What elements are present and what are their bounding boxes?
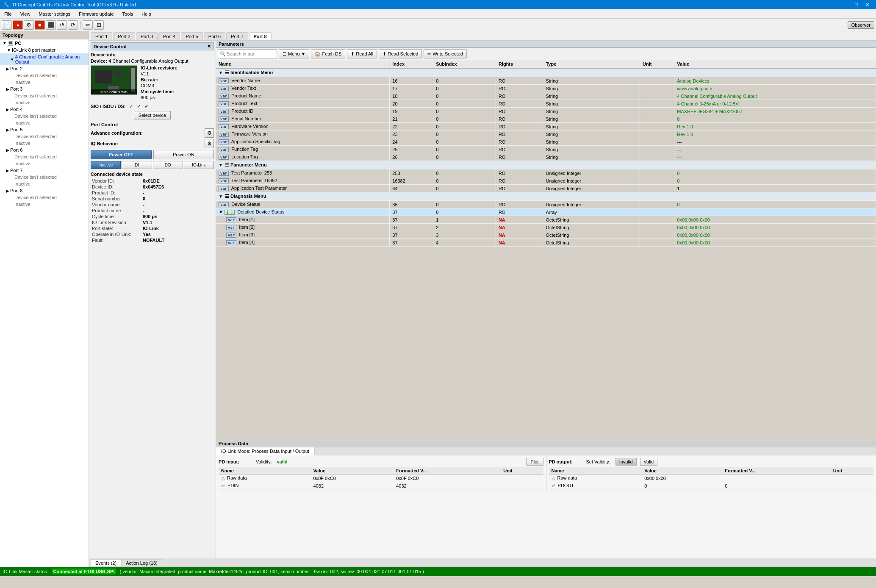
tree-icon-port3[interactable]: ▶ (6, 87, 9, 92)
param-row-item1[interactable]: var Item [1] 37 1 NA OctetString 0x00,0x… (216, 216, 876, 224)
select-device-button[interactable]: Select device (134, 111, 171, 119)
param-row-test253[interactable]: var Test Parameter 253 253 0 RO Unsigned… (216, 169, 876, 177)
group-diagnosis[interactable]: ▼ ☰ Diagnosis Menu (216, 192, 876, 201)
device-control-close[interactable]: ✕ (207, 44, 211, 49)
tab-port4[interactable]: Port 4 (158, 32, 180, 40)
param-row-function-tag[interactable]: var Function Tag 25 0 RO String --- (216, 146, 876, 153)
param-row-device-status[interactable]: var Device Status 36 0 RO Unsigned Integ… (216, 201, 876, 208)
valid-button[interactable]: Valid (640, 458, 658, 466)
tab-port6[interactable]: Port 6 (204, 32, 225, 40)
tree-expand-master[interactable]: ▼ (7, 48, 11, 53)
menu-button[interactable]: ☰ Menu ▼ (279, 49, 309, 58)
toolbar-open[interactable]: ● (13, 20, 23, 30)
toolbar-btn6[interactable]: ⟳ (68, 20, 78, 30)
tree-item-master[interactable]: ▼ IO-Link 8 port master (0, 47, 89, 53)
tree-icon-port2[interactable]: ▶ (6, 67, 9, 71)
observer-button[interactable]: Observer (848, 21, 874, 29)
tree-icon-port7[interactable]: ▶ (6, 168, 9, 173)
read-all-button[interactable]: ⬆ Read All (347, 49, 377, 58)
minimize-button[interactable]: ─ (841, 1, 851, 8)
tree-icon-port5[interactable]: ▶ (6, 128, 9, 132)
tree-item-port3[interactable]: ▶ Port 3 (0, 86, 89, 92)
param-row-app-test[interactable]: var Application Test Parameter 64 0 RO U… (216, 185, 876, 192)
param-row-product-text[interactable]: var Product Text 20 0 RO String 4 Channe… (216, 100, 876, 108)
advance-config-btn[interactable]: ⚙ (205, 128, 214, 138)
param-row-item3[interactable]: var Item [3] 37 3 NA OctetString 0x00,0x… (216, 231, 876, 239)
tab-port8[interactable]: Port 8 (249, 32, 272, 40)
param-row-test16382[interactable]: var Test Parameter 16382 16382 0 RO Unsi… (216, 177, 876, 185)
param-row-fw-version[interactable]: var Firmware Version 23 0 RO String Rev … (216, 130, 876, 138)
toolbar-connect[interactable]: ■ (35, 20, 45, 30)
param-row-vendor-text[interactable]: var Vendor Text 17 0 RO String www.analo… (216, 85, 876, 92)
param-row-serial-number[interactable]: var Serial Number 21 0 RO String 0 (216, 115, 876, 123)
tree-item-pc[interactable]: ▼ 💻 PC (0, 39, 89, 47)
tab-port7[interactable]: Port 7 (226, 32, 248, 40)
maximize-button[interactable]: □ (851, 1, 861, 8)
power-off-button[interactable]: Power OFF (91, 150, 152, 159)
menu-firmware-update[interactable]: Firmware update (75, 9, 118, 18)
mode-di[interactable]: DI (122, 161, 152, 169)
tree-item-port4[interactable]: ▶ Port 4 (0, 106, 89, 113)
toolbar-edit[interactable]: ✏ (83, 20, 93, 30)
param-row-detailed-device-status[interactable]: ▼ [ ] Detailed Device Status 37 0 RO Arr… (216, 208, 876, 216)
tree-icon-port6[interactable]: ▶ (6, 148, 9, 153)
menu-tools[interactable]: Tools (118, 9, 138, 18)
tree-item-port8[interactable]: ▶ Port 8 (0, 187, 89, 194)
toolbar-save[interactable]: ⚙ (24, 20, 34, 30)
expand-diagnosis-icon[interactable]: ▼ (219, 194, 223, 199)
read-selected-button[interactable]: ⬆ Read Selected (379, 49, 422, 58)
tab-port5[interactable]: Port 5 (181, 32, 202, 40)
col-subindex: Subindex (433, 60, 496, 68)
tree-item-port5[interactable]: ▶ Port 5 (0, 126, 89, 133)
tree-expand-pc[interactable]: ▼ (3, 41, 7, 45)
iq-behavior-btn[interactable]: ⚙ (205, 139, 214, 148)
tree-item-port6[interactable]: ▶ Port 6 (0, 147, 89, 153)
mode-do[interactable]: DO (153, 161, 183, 169)
tree-expand-device[interactable]: ▼ (10, 57, 14, 62)
device-specs: IO-Link revision: V11 Bit rate: COM3 (141, 65, 177, 101)
tree-icon-port4[interactable]: ▶ (6, 107, 9, 112)
param-row-app-specific-tag[interactable]: var Application Specific Tag 24 0 RO Str… (216, 138, 876, 146)
param-row-vendor-name[interactable]: var Vendor Name 16 0 RO String Analog De… (216, 77, 876, 85)
log-tab-action[interactable]: Action Log (18) (121, 559, 162, 566)
toolbar-export[interactable]: ⊞ (94, 20, 104, 30)
mode-inactive[interactable]: Inactive (91, 161, 121, 169)
expand-detailed-icon[interactable]: ▼ (219, 209, 223, 214)
tab-port1[interactable]: Port 1 (91, 32, 112, 40)
close-button[interactable]: ✕ (862, 1, 873, 8)
menu-view[interactable]: View (16, 9, 35, 18)
menu-help[interactable]: Help (137, 9, 155, 18)
param-row-item4[interactable]: var Item [4] 37 4 NA OctetString 0x00,0x… (216, 239, 876, 247)
tree-item-device-port1[interactable]: ▼ 4 Channel Configurable Analog Output (0, 53, 89, 65)
fetch-ds-button[interactable]: 🏠 Fetch DS (311, 49, 345, 58)
plot-button[interactable]: Plot (526, 458, 543, 466)
toolbar-btn5[interactable]: ↺ (57, 20, 67, 30)
pd-tab-iolink[interactable]: IO-Link Mode: Process Data Input / Outpu… (216, 447, 315, 455)
param-row-location-tag[interactable]: var Location Tag 26 0 RO String --- (216, 153, 876, 161)
tree-item-port2[interactable]: ▶ Port 2 (0, 65, 89, 72)
tab-port3[interactable]: Port 3 (136, 32, 158, 40)
toolbar-new[interactable]: 📄 (2, 20, 12, 30)
param-row-product-name[interactable]: var Product Name 18 0 RO String 4 Channe… (216, 92, 876, 100)
menu-bar: File View Master settings Firmware updat… (0, 9, 876, 19)
group-identification[interactable]: ▼ ☰ Identification Menu (216, 68, 876, 77)
toolbar-disconnect[interactable]: ⬛ (46, 20, 56, 30)
param-row-hw-version[interactable]: var Hardware Version 22 0 RO String Rev … (216, 123, 876, 130)
mode-iolink[interactable]: IO-Link (184, 161, 214, 169)
expand-parameter-icon[interactable]: ▼ (219, 163, 223, 167)
param-row-item2[interactable]: var Item [2] 37 2 NA OctetString 0x00,0x… (216, 224, 876, 231)
search-input[interactable] (227, 51, 273, 56)
group-parameter[interactable]: ▼ ☰ Parameter Menu (216, 161, 876, 169)
write-selected-button[interactable]: ✏ Write Selected (424, 49, 466, 58)
search-box[interactable]: 🔍 (218, 49, 277, 58)
power-on-button[interactable]: Power ON (153, 150, 214, 159)
invalid-button[interactable]: Invalid (615, 458, 637, 466)
tree-icon-port8[interactable]: ▶ (6, 189, 9, 193)
tab-port2[interactable]: Port 2 (113, 32, 135, 40)
tree-item-port7[interactable]: ▶ Port 7 (0, 167, 89, 174)
menu-file[interactable]: File (0, 9, 16, 18)
param-row-product-id[interactable]: var Product ID 19 0 RO String MAXREFDES2… (216, 108, 876, 115)
log-tab-events[interactable]: Events (2) (91, 559, 121, 566)
expand-identification-icon[interactable]: ▼ (219, 70, 223, 75)
menu-master-settings[interactable]: Master settings (34, 9, 75, 18)
